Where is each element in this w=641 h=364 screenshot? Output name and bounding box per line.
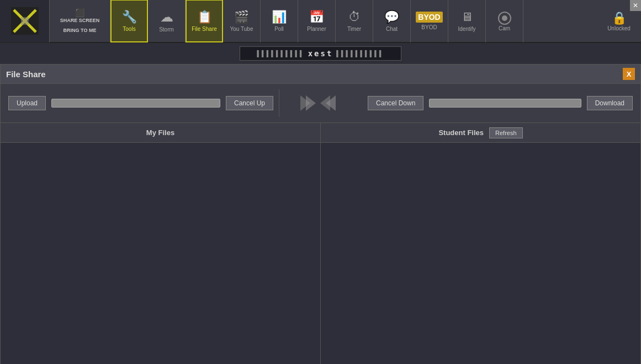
unlock-label: Unlocked: [607, 25, 631, 31]
cancel-down-button[interactable]: Cancel Down: [368, 96, 423, 110]
nav-item-identify[interactable]: 🖥 Identify: [448, 0, 486, 42]
share-bring-area: ⬛ SHARE SCREEN BRING TO ME: [50, 0, 110, 42]
left-arrows-icon: [320, 95, 336, 111]
student-files-header: Student Files Refresh: [321, 127, 640, 138]
nav-item-file-share[interactable]: 📋 File Share: [186, 0, 223, 42]
nav-item-planner[interactable]: 📅 Planner: [298, 0, 336, 42]
panel-title: File Share: [6, 69, 46, 79]
upload-button[interactable]: Upload: [8, 96, 46, 110]
nav-item-cam[interactable]: Cam: [486, 0, 523, 42]
xest-banner: ▌▌▌▌▌▌▌▌▌▌ xest ▌▌▌▌▌▌▌▌▌▌: [0, 43, 641, 64]
upload-progress-bar: [51, 99, 220, 108]
planner-icon: 📅: [309, 10, 324, 24]
download-button[interactable]: Download: [587, 96, 633, 110]
right-controls: Cancel Down Download: [357, 96, 633, 110]
right-arrows-icon: [300, 95, 316, 111]
my-files-header: My Files: [1, 123, 321, 142]
svg-point-5: [502, 15, 507, 21]
divider: [279, 89, 279, 117]
share-screen-button[interactable]: ⬛ SHARE SCREEN: [57, 7, 103, 25]
left-controls: Upload Cancel Up: [8, 96, 273, 110]
panel-header: File Share X: [1, 65, 640, 84]
nav-item-poll[interactable]: 📊 Poll: [261, 0, 298, 42]
nav-label-cam: Cam: [499, 25, 510, 31]
xest-title: xest: [308, 49, 333, 58]
top-bar: ⬛ SHARE SCREEN BRING TO ME 🔧 Tools ☁ Sto…: [0, 0, 641, 43]
file-share-icon: 📋: [197, 10, 212, 24]
panel-close-button[interactable]: X: [623, 68, 635, 80]
left-hash: ▌▌▌▌▌▌▌▌▌▌: [257, 50, 304, 57]
wrench-icon: 🔧: [122, 10, 137, 24]
nav-item-chat[interactable]: 💬 Chat: [373, 0, 411, 42]
nav-label-byod: BYOD: [421, 24, 437, 30]
timer-icon: ⏱: [348, 10, 361, 24]
nav-label-file-share: File Share: [192, 26, 217, 32]
file-share-panel: File Share X Upload Cancel Up Cancel Dow…: [0, 64, 641, 364]
nav-label-storm: Storm: [159, 26, 174, 33]
xest-inner-banner: ▌▌▌▌▌▌▌▌▌▌ xest ▌▌▌▌▌▌▌▌▌▌: [240, 46, 401, 61]
nav-label-identify: Identify: [458, 26, 475, 32]
svg-rect-3: [21, 17, 29, 25]
files-header: My Files Student Files Refresh: [1, 123, 640, 143]
nav-label-timer: Timer: [347, 26, 361, 32]
cancel-up-button[interactable]: Cancel Up: [226, 96, 273, 110]
app-logo: [11, 7, 39, 35]
byod-icon: BYOD: [416, 12, 442, 23]
youtube-icon: 🎬: [234, 10, 249, 24]
bring-to-me-button[interactable]: BRING TO ME: [60, 26, 100, 35]
nav-item-timer[interactable]: ⏱ Timer: [336, 0, 373, 42]
nav-label-youtube: You Tube: [230, 26, 253, 32]
refresh-button[interactable]: Refresh: [489, 127, 523, 138]
nav-items: 🔧 Tools ☁ Storm 📋 File Share 🎬 You Tube …: [110, 0, 597, 42]
my-files-label: My Files: [146, 129, 174, 137]
student-files-area: [321, 143, 640, 364]
nav-label-chat: Chat: [386, 26, 398, 32]
identify-icon: 🖥: [461, 10, 473, 24]
right-hash: ▌▌▌▌▌▌▌▌▌▌: [336, 50, 384, 57]
poll-icon: 📊: [272, 10, 287, 24]
storm-icon: ☁: [160, 9, 173, 25]
top-close-button[interactable]: ✕: [630, 0, 641, 11]
student-files-label: Student Files: [438, 129, 484, 137]
nav-label-poll: Poll: [274, 26, 284, 32]
logo-area: [0, 0, 50, 42]
nav-item-storm[interactable]: ☁ Storm: [148, 0, 186, 42]
nav-item-tools[interactable]: 🔧 Tools: [110, 0, 148, 42]
nav-label-planner: Planner: [307, 26, 326, 32]
nav-label-tools: Tools: [123, 26, 135, 32]
controls-row: Upload Cancel Up Cancel Down Download: [1, 84, 640, 123]
lock-icon: 🔒: [612, 11, 627, 25]
arrows-center: [285, 95, 351, 111]
nav-item-youtube[interactable]: 🎬 You Tube: [223, 0, 261, 42]
chat-icon: 💬: [384, 10, 399, 24]
cam-icon: [497, 11, 512, 25]
files-section: [1, 143, 640, 364]
download-progress-bar: [429, 99, 581, 108]
nav-item-byod[interactable]: BYOD BYOD: [411, 0, 448, 42]
my-files-area: [1, 143, 321, 364]
